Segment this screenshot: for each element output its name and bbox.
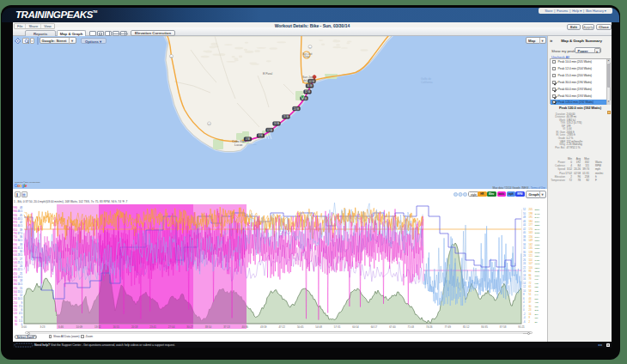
svg-text:77:49: 77:49 [444,325,451,329]
svg-text:23:41: 23:41 [149,325,156,329]
svg-text:26: 26 [523,258,526,262]
svg-text:71:03: 71:03 [408,325,415,329]
svg-text:2492: 2492 [535,213,540,215]
svg-text:163: 163 [529,231,533,234]
svg-text:1524: 1524 [535,255,540,258]
svg-text:644: 644 [535,294,539,296]
svg-text:205: 205 [529,208,533,211]
svg-text:20 Mi: 20 Mi [283,115,289,118]
svg-text:87:58: 87:58 [500,325,507,329]
svg-text:42: 42 [523,228,526,231]
svg-text:1436: 1436 [535,259,540,262]
svg-text:204: 204 [535,313,539,316]
svg-text:81:12: 81:12 [463,325,470,329]
svg-text:121: 121 [529,254,533,258]
svg-text:65: 65 [529,285,532,288]
svg-text:8 Mi: 8 Mi [259,134,263,137]
svg-text:16 Mi: 16 Mi [274,122,280,125]
svg-text:556: 556 [535,298,539,300]
svg-text:44: 44 [523,223,526,227]
svg-text:44: 44 [529,297,532,300]
svg-text:1612: 1612 [535,252,540,254]
svg-text:1260: 1260 [535,267,540,270]
svg-text:177: 177 [529,223,533,227]
svg-text:47:22: 47:22 [278,325,285,329]
svg-text:84:35: 84:35 [481,325,488,329]
svg-text:46: 46 [523,220,526,223]
svg-text:30: 30 [15,323,18,326]
svg-text:2316: 2316 [535,221,540,223]
svg-text:732: 732 [535,290,539,293]
svg-text:-4: -4 [523,316,526,319]
svg-text:12 Mi: 12 Mi [267,129,273,132]
svg-text:40: 40 [523,231,526,234]
svg-text:54:08: 54:08 [315,325,322,329]
svg-text:22: 22 [523,266,526,270]
svg-text:128: 128 [529,251,533,254]
svg-text:191: 191 [529,215,533,219]
svg-text:91:21: 91:21 [518,325,525,329]
svg-text:8: 8 [523,293,525,296]
svg-text:33:50: 33:50 [205,325,212,329]
svg-text:1876: 1876 [535,240,540,242]
svg-text:California: California [421,81,433,84]
svg-text:100: 100 [529,266,533,270]
svg-text:-2: -2 [523,312,526,316]
svg-text:170: 170 [529,228,533,231]
svg-text:820: 820 [535,286,539,288]
svg-text:-6: -6 [523,320,526,324]
svg-text:El Panal: El Panal [263,72,273,76]
svg-text:79: 79 [529,277,532,281]
svg-text:135: 135 [529,246,533,250]
svg-text:0:00: 0:00 [21,325,27,329]
svg-text:28: 28 [523,254,526,258]
svg-text:468: 468 [535,301,539,304]
svg-text:1964: 1964 [535,236,540,239]
svg-text:30: 30 [529,305,532,308]
svg-text:6:46: 6:46 [58,325,64,329]
svg-text:1084: 1084 [535,275,540,277]
svg-text:86: 86 [529,274,532,277]
svg-text:20:18: 20:18 [131,325,138,329]
svg-text:24: 24 [523,262,526,265]
svg-text:116: 116 [535,317,539,319]
svg-text:14: 14 [523,282,526,285]
svg-text:149: 149 [529,239,533,242]
svg-text:37: 37 [529,300,532,304]
svg-text:2228: 2228 [535,224,540,227]
svg-text:9: 9 [529,316,531,319]
svg-text:10:09: 10:09 [76,325,83,329]
svg-text:184: 184 [529,220,533,223]
svg-text:40:36: 40:36 [242,325,249,329]
svg-text:4 Mi: 4 Mi [246,137,250,141]
svg-text:16:55: 16:55 [113,325,119,329]
svg-text:58: 58 [529,289,532,293]
svg-text:67:40: 67:40 [389,325,396,329]
svg-text:2: 2 [523,305,525,308]
svg-text:37:13: 37:13 [223,325,230,329]
svg-text:38: 38 [523,235,526,239]
svg-text:2052: 2052 [535,232,540,234]
svg-text:del Cabo: del Cabo [303,79,315,82]
svg-text:107: 107 [529,262,533,265]
svg-text:10: 10 [523,289,526,293]
svg-text:4: 4 [523,300,525,304]
svg-text:16: 16 [523,277,526,281]
svg-text:93: 93 [529,270,532,273]
svg-text:2: 2 [529,320,531,324]
svg-text:2404: 2404 [535,216,540,219]
svg-text:28: 28 [535,321,538,324]
svg-text:18: 18 [523,274,526,277]
svg-text:57:31: 57:31 [334,325,341,329]
svg-text:2580: 2580 [535,209,540,211]
svg-text:12: 12 [523,285,526,288]
svg-text:72: 72 [529,282,532,285]
svg-text:34: 34 [523,243,526,246]
svg-text:114: 114 [529,258,533,262]
svg-text:1700: 1700 [535,247,540,250]
svg-text:13:32: 13:32 [94,325,101,329]
svg-text:23: 23 [529,308,532,312]
svg-text:Lucas: Lucas [234,143,243,147]
svg-text:50: 50 [523,212,526,215]
svg-text:30:27: 30:27 [186,325,193,329]
